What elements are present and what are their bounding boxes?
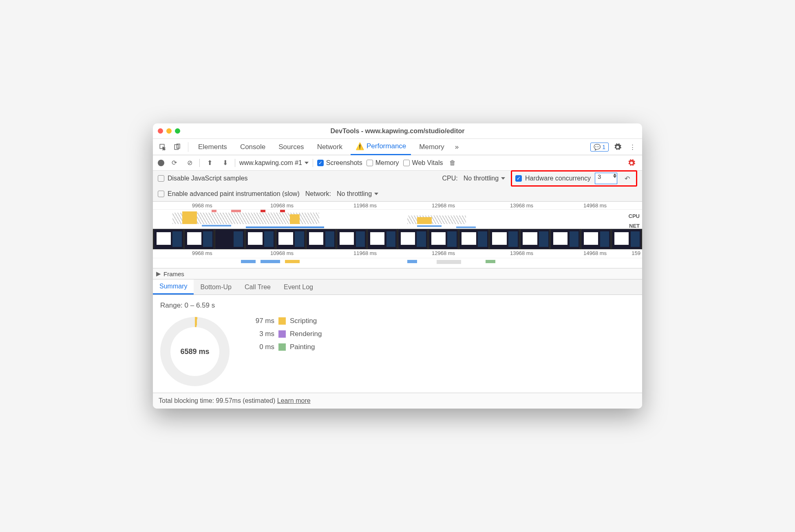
upload-icon[interactable]: ⬆ xyxy=(204,157,215,169)
close-window-button[interactable] xyxy=(158,128,163,134)
tab-console[interactable]: Console xyxy=(235,139,270,155)
overview-timeline[interactable]: 9968 ms 10968 ms 11968 ms 12968 ms 13968… xyxy=(153,202,642,279)
color-swatch xyxy=(278,343,286,351)
tab-memory[interactable]: Memory xyxy=(414,139,449,155)
filmstrip[interactable] xyxy=(153,229,642,249)
time-ruler-2: 9968 ms 10968 ms 11968 ms 12968 ms 13968… xyxy=(153,249,642,258)
track-preview xyxy=(153,258,642,268)
undo-icon[interactable]: ↶ xyxy=(621,173,633,184)
frames-track-header[interactable]: ▶ Frames xyxy=(153,268,642,279)
advanced-paint-checkbox[interactable]: Enable advanced paint instrumentation (s… xyxy=(158,190,300,198)
expand-arrow-icon: ▶ xyxy=(156,270,161,277)
download-icon[interactable]: ⬇ xyxy=(219,157,231,169)
inspect-icon[interactable] xyxy=(157,141,168,153)
memory-checkbox[interactable]: Memory xyxy=(367,159,399,167)
summary-donut: 6589 ms xyxy=(160,317,230,386)
chevron-down-icon xyxy=(501,177,505,180)
perf-toolbar: ⟳ ⊘ ⬆ ⬇ www.kapwing.com #1 ✓Screenshots … xyxy=(153,155,642,171)
tabs-overflow[interactable]: » xyxy=(453,139,461,155)
network-throttle-select[interactable]: No throttling xyxy=(337,190,378,198)
reload-icon[interactable]: ⟳ xyxy=(168,157,180,169)
footer-bar: Total blocking time: 99.57ms (estimated)… xyxy=(153,393,642,409)
network-label: Network: xyxy=(305,190,331,198)
webvitals-checkbox[interactable]: Web Vitals xyxy=(403,159,443,167)
warning-icon: ⚠️ xyxy=(356,142,364,151)
cpu-throttle-select[interactable]: No throttling xyxy=(464,175,505,182)
settings-row-2: Enable advanced paint instrumentation (s… xyxy=(153,186,642,202)
titlebar: DevTools - www.kapwing.com/studio/editor xyxy=(153,123,642,139)
target-select[interactable]: www.kapwing.com #1 xyxy=(239,159,309,167)
time-ruler: 9968 ms 10968 ms 11968 ms 12968 ms 13968… xyxy=(153,202,642,210)
subtab-summary[interactable]: Summary xyxy=(153,279,194,295)
tab-elements[interactable]: Elements xyxy=(193,139,232,155)
more-icon[interactable]: ⋮ xyxy=(627,141,638,153)
device-toggle-icon[interactable] xyxy=(172,141,183,153)
tab-sources[interactable]: Sources xyxy=(274,139,309,155)
maximize-window-button[interactable] xyxy=(175,128,180,134)
summary-legend: 97 ms Scripting 3 ms Rendering 0 ms Pain… xyxy=(250,317,322,351)
chevron-down-icon xyxy=(305,162,309,164)
legend-scripting: 97 ms Scripting xyxy=(250,317,322,325)
net-overview: NET xyxy=(153,224,642,229)
hardware-concurrency-highlight: ✓Hardware concurrency 3 ↶ xyxy=(511,170,637,187)
cpu-overview: CPU xyxy=(153,210,642,224)
capture-settings-gear-icon[interactable] xyxy=(626,157,637,169)
subtab-calltree[interactable]: Call Tree xyxy=(238,279,277,295)
settings-row-1: Disable JavaScript samples CPU: No throt… xyxy=(153,171,642,186)
subtab-bottomup[interactable]: Bottom-Up xyxy=(194,279,238,295)
learn-more-link[interactable]: Learn more xyxy=(277,397,311,404)
messages-badge[interactable]: 💬 1 xyxy=(590,143,609,152)
trash-icon[interactable]: 🗑 xyxy=(447,157,458,169)
summary-panel: Range: 0 – 6.59 s 6589 ms 97 ms Scriptin… xyxy=(153,295,642,393)
range-label: Range: 0 – 6.59 s xyxy=(160,301,635,310)
window-title: DevTools - www.kapwing.com/studio/editor xyxy=(331,128,465,135)
chevron-down-icon xyxy=(374,193,378,195)
subtab-eventlog[interactable]: Event Log xyxy=(277,279,320,295)
window-controls xyxy=(158,128,180,134)
minimize-window-button[interactable] xyxy=(166,128,172,134)
tab-performance[interactable]: ⚠️ Performance xyxy=(351,139,411,155)
legend-painting: 0 ms Painting xyxy=(250,343,322,351)
color-swatch xyxy=(278,330,286,338)
hw-concurrency-input[interactable]: 3 xyxy=(595,173,617,184)
main-tabs: Elements Console Sources Network ⚠️ Perf… xyxy=(153,139,642,155)
tab-network[interactable]: Network xyxy=(312,139,347,155)
details-subtabs: Summary Bottom-Up Call Tree Event Log xyxy=(153,279,642,295)
stepper-icon[interactable] xyxy=(613,174,616,178)
devtools-window: DevTools - www.kapwing.com/studio/editor… xyxy=(153,123,642,409)
screenshots-checkbox[interactable]: ✓Screenshots xyxy=(317,159,362,167)
color-swatch xyxy=(278,317,286,325)
disable-js-checkbox[interactable]: Disable JavaScript samples xyxy=(158,175,248,182)
clear-icon[interactable]: ⊘ xyxy=(184,157,195,169)
hw-concurrency-checkbox[interactable]: ✓Hardware concurrency xyxy=(515,175,591,182)
record-button[interactable] xyxy=(158,160,164,166)
legend-rendering: 3 ms Rendering xyxy=(250,330,322,338)
chat-icon: 💬 xyxy=(594,144,601,150)
cpu-label: CPU: xyxy=(442,175,458,182)
settings-gear-icon[interactable] xyxy=(612,141,623,153)
